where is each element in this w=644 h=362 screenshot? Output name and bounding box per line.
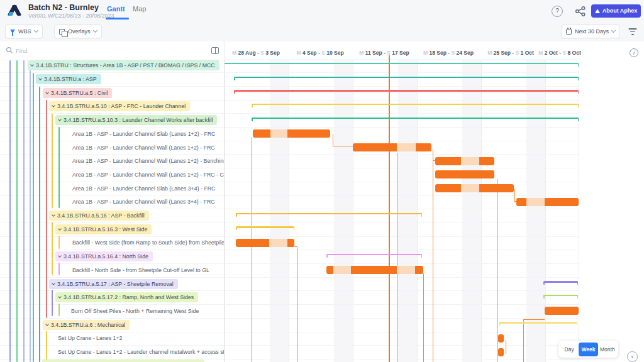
tree-group-row[interactable]: 3.4.1B.STRU.a : ASP (36, 74, 101, 84)
tree-task-row[interactable]: Area 1B - ASP - Launder Channel Wall (La… (72, 199, 215, 205)
wbs-summary-line (234, 77, 579, 79)
bar-work-segment (236, 239, 269, 247)
bar-work-segment (435, 157, 461, 165)
tree-group-label: 3.4.1B.STRU.a.5.10.3 : Launder Channel W… (64, 117, 213, 123)
tree-task-row[interactable]: Backfill - West Side (from Ramp to South… (72, 239, 224, 246)
dependency-connector (523, 319, 545, 320)
toggle-month[interactable]: Month (598, 343, 617, 356)
tree-guide-line (46, 331, 47, 362)
tree-group-row[interactable]: 3.4.1B.STRU : Structures - Area 1B - ASP… (28, 60, 219, 70)
gantt-task-bar[interactable] (435, 157, 494, 165)
summary-line-tick (234, 77, 235, 80)
summary-line-tick (543, 295, 545, 299)
tab-map[interactable]: Map (133, 5, 146, 13)
chevron-down-icon[interactable] (45, 90, 49, 94)
wbs-tree-panel: 3.4.1B.STRU : Structures - Area 1B - ASP… (0, 60, 224, 362)
tree-group-row[interactable]: 3.4.1B.STRU.a.5.16.3 : West Side (55, 224, 152, 234)
chevron-down-icon[interactable] (52, 282, 55, 285)
info-icon[interactable]: i (630, 48, 638, 57)
tree-guide-line (52, 290, 53, 316)
tree-task-row[interactable]: Set Up Crane - Lanes 1+2 - Launder chann… (58, 349, 224, 355)
version-subtitle: Ver031 W/C21/08/23 - 20/08/2023 (28, 13, 114, 19)
bar-work-segment (479, 157, 494, 165)
tree-group-label: 3.4.1B.STRU.a.5.16.4 : North Side (64, 253, 148, 260)
tree-group-row[interactable]: 3.4.1B.STRU.a.5 : Civil (43, 88, 112, 98)
toggle-day[interactable]: Day (560, 343, 579, 356)
bar-work-segment (415, 266, 423, 274)
gantt-task-bar[interactable] (498, 348, 504, 356)
chevron-down-icon[interactable] (38, 77, 42, 80)
panel-divider (224, 41, 225, 362)
summary-line-tick (236, 214, 237, 217)
tree-task-row[interactable]: Area 1B - ASP - Launder Channel Wall (La… (72, 145, 215, 151)
weekend-band (526, 60, 545, 362)
filter-icon[interactable] (628, 28, 637, 36)
wbs-dropdown[interactable]: WBS (5, 25, 43, 38)
toggle-week[interactable]: Week (579, 343, 597, 356)
row-separator (224, 359, 579, 359)
gantt-task-bar[interactable] (236, 239, 294, 247)
tree-task-row[interactable]: Area 1B - ASP - Launder Channel Slab (La… (72, 185, 215, 192)
wbs-summary-line (236, 226, 294, 228)
weekend-band (270, 60, 288, 362)
tree-group-row[interactable]: 3.4.1B.STRU.a.5.16 : ASP - Backfill (49, 211, 149, 221)
chevron-down-icon[interactable] (58, 254, 62, 258)
chevron-down-icon[interactable] (52, 104, 55, 108)
project-title: Batch N2 - Burnley (28, 3, 99, 12)
columns-icon[interactable] (211, 47, 219, 54)
wbs-summary-line (543, 281, 578, 283)
gantt-task-bar[interactable] (498, 334, 504, 343)
dependency-connector (497, 179, 497, 362)
bar-weekend-segment (397, 266, 415, 274)
bar-work-segment (516, 198, 526, 206)
bar-weekend-segment (526, 198, 545, 206)
chevron-down-icon[interactable] (30, 63, 34, 67)
dependency-connector (523, 319, 524, 362)
share-icon[interactable] (575, 6, 586, 17)
chevron-down-icon[interactable] (45, 322, 49, 326)
tree-group-row[interactable]: 3.4.1B.STRU.a.6 : Mechanical (43, 320, 130, 330)
chevron-down-icon[interactable] (58, 227, 62, 231)
tab-gantt[interactable]: Gantt (107, 5, 125, 13)
tree-task-row[interactable]: Area 1B - ASP - Launder Channel Wall (La… (72, 158, 224, 164)
row-separator (224, 100, 579, 101)
gantt-task-bar[interactable] (435, 184, 514, 192)
bar-weekend-segment (269, 239, 287, 247)
about-aphex-button[interactable]: About Aphex (591, 4, 641, 18)
tree-task-row[interactable]: Backfill - North Side - from Sheetpile C… (72, 267, 209, 273)
bar-work-segment (351, 266, 397, 274)
summary-line-tick (578, 63, 579, 67)
wbs-summary-line (236, 213, 422, 215)
summary-line-tick (543, 282, 545, 285)
gantt-task-bar[interactable] (516, 198, 579, 206)
chevron-down-icon[interactable] (52, 213, 55, 217)
collapse-panel-icon[interactable]: ‹ (627, 351, 638, 362)
tree-group-row[interactable]: 3.4.1B.STRU.a.5.16.4 : North Side (55, 251, 153, 261)
help-icon[interactable]: ? (552, 6, 563, 17)
date-range-dropdown[interactable]: Next 30 Days (561, 25, 620, 38)
tree-group-row[interactable]: 3.4.1B.STRU.a.5.10.3 : Launder Channel W… (55, 115, 217, 125)
gantt-task-bar[interactable] (353, 143, 431, 151)
tree-task-row[interactable]: Area 1B - ASP - Launder Channel Slab (La… (72, 131, 215, 137)
find-bar[interactable]: Find (0, 41, 224, 60)
tree-task-row[interactable]: Set Up Crane - Lanes 1+2 (58, 335, 122, 341)
chevron-down-icon[interactable] (58, 295, 62, 299)
dependency-connector (297, 246, 297, 362)
row-separator (224, 222, 579, 223)
gantt-task-bar[interactable] (435, 170, 494, 178)
gantt-task-bar[interactable] (545, 307, 579, 315)
today-line (389, 55, 390, 362)
tree-group-row[interactable]: 3.4.1B.STRU.a.5.17.2 : Ramp, North and W… (55, 292, 198, 302)
row-separator (224, 318, 579, 319)
overlays-dropdown[interactable]: Overlays (54, 25, 102, 38)
week-gridline (545, 60, 546, 362)
tree-group-row[interactable]: 3.4.1B.STRU.a.5.17 : ASP - Sheetpile Rem… (49, 279, 178, 289)
gantt-task-bar[interactable] (253, 129, 330, 138)
tree-task-row[interactable]: Area 1B - ASP - Launder Channel Wall (La… (72, 172, 224, 178)
tree-group-row[interactable]: 3.4.1B.STRU.a.5.10 : ASP - FRC - Launder… (49, 101, 190, 111)
chevron-down-icon (92, 28, 97, 33)
tree-task-row[interactable]: Burn Off Sheet Piles - North + Remaining… (71, 308, 199, 314)
bar-work-segment (545, 198, 579, 206)
chevron-down-icon[interactable] (58, 118, 62, 121)
gantt-task-bar[interactable] (326, 266, 423, 274)
